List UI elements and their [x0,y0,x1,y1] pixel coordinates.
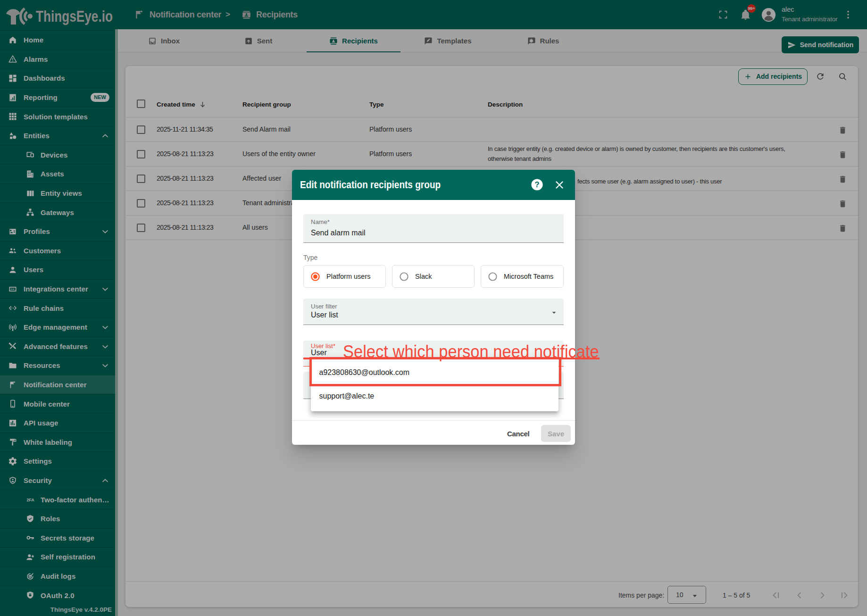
svg-text:?: ? [535,180,540,189]
